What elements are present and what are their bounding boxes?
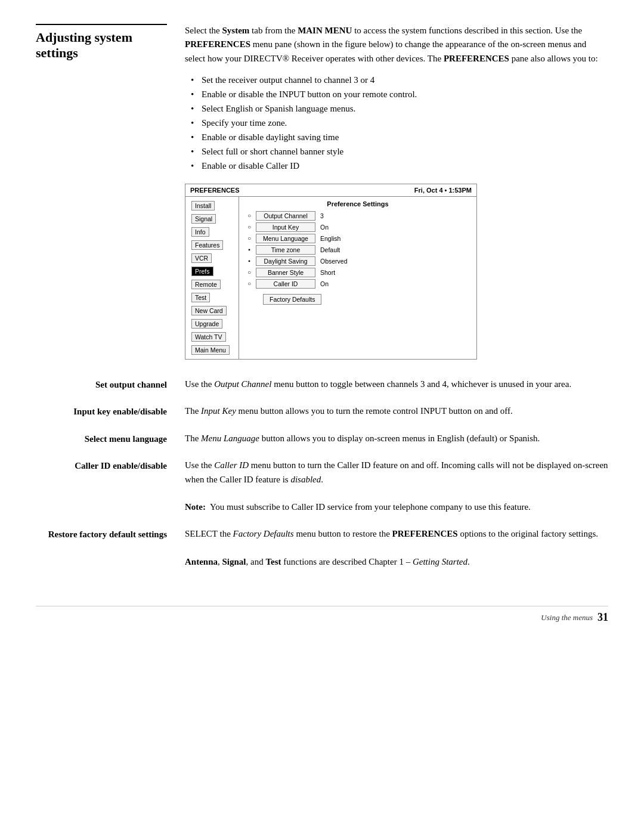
menu-item-watchtv[interactable]: Watch TV bbox=[185, 330, 239, 343]
detail-set-output-channel: Set output channel Use the Output Channe… bbox=[36, 377, 608, 392]
menu-tab: New Card bbox=[191, 306, 227, 315]
daylight-saving-btn[interactable]: Daylight Saving bbox=[256, 256, 315, 266]
banner-style-value: Short bbox=[320, 269, 335, 276]
caller-id-icon: ○ bbox=[245, 280, 253, 287]
menu-item-features[interactable]: Features bbox=[185, 239, 239, 252]
detail-content: The Input Key menu button allows you to … bbox=[185, 404, 608, 419]
page-title: Adjusting system settings bbox=[36, 30, 167, 61]
menu-tab: Watch TV bbox=[191, 332, 226, 342]
timezone-value: Default bbox=[320, 246, 340, 253]
detail-menu-language: Select menu language The Menu Language b… bbox=[36, 432, 608, 446]
feature-list: Set the receiver output channel to chann… bbox=[191, 73, 608, 173]
detail-label: Select menu language bbox=[36, 432, 167, 446]
detail-content: Use the Output Channel menu button to to… bbox=[185, 377, 608, 392]
pref-settings-title: Preference Settings bbox=[245, 200, 470, 208]
detail-content: Use the Caller ID menu button to turn th… bbox=[185, 459, 608, 514]
output-channel-btn[interactable]: Output Channel bbox=[256, 211, 315, 221]
menu-item-mainmenu[interactable]: Main Menu bbox=[185, 343, 239, 357]
pref-header-title: PREFERENCES bbox=[190, 187, 240, 194]
menu-item-test[interactable]: Test bbox=[185, 291, 239, 304]
detail-factory-defaults: Restore factory default settings SELECT … bbox=[36, 527, 608, 569]
list-item: Enable or disable Caller ID bbox=[191, 159, 608, 173]
menu-tab: Remote bbox=[191, 280, 221, 289]
menu-tab: Signal bbox=[191, 214, 216, 224]
menu-language-icon: ○ bbox=[245, 235, 253, 241]
banner-style-btn[interactable]: Banner Style bbox=[256, 268, 315, 277]
daylight-saving-value: Observed bbox=[320, 258, 348, 265]
setting-row-daylight-saving: ▪ Daylight Saving Observed bbox=[245, 256, 470, 266]
menu-language-btn[interactable]: Menu Language bbox=[256, 234, 315, 243]
setting-row-banner-style: ○ Banner Style Short bbox=[245, 268, 470, 277]
banner-style-icon: ○ bbox=[245, 269, 253, 275]
output-channel-value: 3 bbox=[320, 212, 324, 219]
detail-input-key: Input key enable/disable The Input Key m… bbox=[36, 404, 608, 419]
page-content: Adjusting system settings Select the Sys… bbox=[36, 24, 608, 624]
caller-id-btn[interactable]: Caller ID bbox=[256, 279, 315, 289]
setting-row-output-channel: ○ Output Channel 3 bbox=[245, 211, 470, 221]
input-key-icon: ○ bbox=[245, 224, 253, 230]
list-item: Enable or disable the INPUT button on yo… bbox=[191, 87, 608, 101]
daylight-saving-icon: ▪ bbox=[245, 258, 253, 264]
menu-item-remote[interactable]: Remote bbox=[185, 278, 239, 291]
pref-settings-panel: Preference Settings ○ Output Channel 3 ○… bbox=[239, 197, 476, 359]
note-label: Note: bbox=[185, 502, 206, 512]
menu-tab: Main Menu bbox=[191, 345, 230, 355]
pref-menu: Install Signal Info Features VCR Prefs R… bbox=[185, 197, 239, 359]
list-item: Select English or Spanish language menus… bbox=[191, 101, 608, 116]
main-section: Adjusting system settings Select the Sys… bbox=[36, 24, 608, 360]
setting-row-timezone: ▪ Time zone Default bbox=[245, 245, 470, 255]
timezone-btn[interactable]: Time zone bbox=[256, 245, 315, 255]
pref-header: PREFERENCES Fri, Oct 4 • 1:53PM bbox=[185, 184, 476, 197]
menu-item-upgrade[interactable]: Upgrade bbox=[185, 317, 239, 330]
pref-header-time: Fri, Oct 4 • 1:53PM bbox=[414, 187, 472, 194]
menu-tab: Info bbox=[191, 227, 209, 237]
footer-text: Using the menus bbox=[541, 613, 593, 623]
menu-language-value: English bbox=[320, 235, 340, 242]
left-column: Adjusting system settings bbox=[36, 24, 167, 360]
list-item: Select full or short channel banner styl… bbox=[191, 144, 608, 159]
menu-item-signal[interactable]: Signal bbox=[185, 212, 239, 225]
factory-defaults-button[interactable]: Factory Defaults bbox=[263, 294, 321, 305]
menu-item-newcard[interactable]: New Card bbox=[185, 304, 239, 317]
menu-item-prefs[interactable]: Prefs bbox=[185, 265, 239, 278]
detail-label: Restore factory default settings bbox=[36, 527, 167, 569]
menu-tab: Features bbox=[191, 240, 223, 250]
menu-tab-active: Prefs bbox=[191, 267, 213, 276]
input-key-value: On bbox=[320, 224, 329, 231]
menu-tab: VCR bbox=[191, 253, 212, 263]
caller-id-value: On bbox=[320, 280, 329, 287]
list-item: Enable or disable daylight saving time bbox=[191, 130, 608, 144]
menu-item-install[interactable]: Install bbox=[185, 199, 239, 212]
list-item: Set the receiver output channel to chann… bbox=[191, 73, 608, 87]
input-key-btn[interactable]: Input Key bbox=[256, 222, 315, 232]
timezone-icon: ▪ bbox=[245, 246, 253, 253]
footer-page-number: 31 bbox=[597, 611, 608, 624]
page-footer: Using the menus 31 bbox=[36, 606, 608, 624]
setting-row-menu-language: ○ Menu Language English bbox=[245, 234, 470, 243]
preferences-diagram: PREFERENCES Fri, Oct 4 • 1:53PM Install … bbox=[185, 184, 477, 360]
menu-item-info[interactable]: Info bbox=[185, 225, 239, 239]
setting-row-input-key: ○ Input Key On bbox=[245, 222, 470, 232]
detail-content: The Menu Language button allows you to d… bbox=[185, 432, 608, 446]
detail-content: SELECT the Factory Defaults menu button … bbox=[185, 527, 608, 569]
pref-body: Install Signal Info Features VCR Prefs R… bbox=[185, 197, 476, 359]
menu-tab: Test bbox=[191, 293, 210, 302]
menu-tab: Upgrade bbox=[191, 319, 222, 329]
list-item: Specify your time zone. bbox=[191, 116, 608, 130]
right-column: Select the System tab from the MAIN MENU… bbox=[185, 24, 608, 360]
detail-caller-id: Caller ID enable/disable Use the Caller … bbox=[36, 459, 608, 514]
detail-label: Input key enable/disable bbox=[36, 404, 167, 419]
detail-label: Caller ID enable/disable bbox=[36, 459, 167, 514]
intro-paragraph: Select the System tab from the MAIN MENU… bbox=[185, 24, 608, 66]
menu-item-vcr[interactable]: VCR bbox=[185, 252, 239, 265]
detail-label: Set output channel bbox=[36, 377, 167, 392]
setting-row-caller-id: ○ Caller ID On bbox=[245, 279, 470, 289]
menu-tab: Install bbox=[191, 201, 215, 210]
output-channel-icon: ○ bbox=[245, 212, 253, 219]
